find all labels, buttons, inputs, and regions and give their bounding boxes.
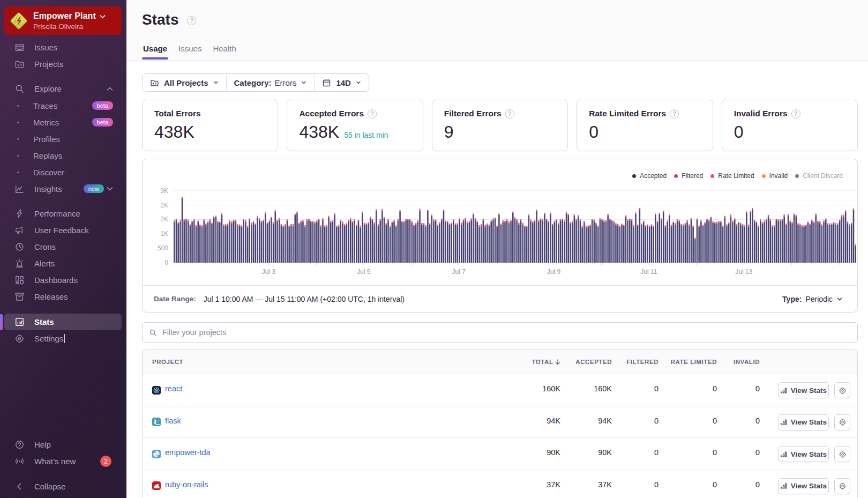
- svg-text:500: 500: [158, 244, 168, 252]
- svg-text:Jul 7: Jul 7: [452, 268, 466, 276]
- svg-text:Jul 3: Jul 3: [262, 268, 276, 276]
- svg-text:Jul 13: Jul 13: [735, 268, 752, 276]
- svg-text:0: 0: [164, 259, 168, 266]
- svg-text:3K: 3K: [160, 187, 168, 195]
- svg-text:Jul 5: Jul 5: [357, 268, 371, 276]
- svg-text:1K: 1K: [160, 230, 168, 237]
- svg-text:2K: 2K: [160, 215, 168, 223]
- svg-text:Jul 11: Jul 11: [640, 268, 657, 276]
- svg-text:2K: 2K: [160, 202, 168, 209]
- svg-text:Jul 9: Jul 9: [547, 268, 561, 276]
